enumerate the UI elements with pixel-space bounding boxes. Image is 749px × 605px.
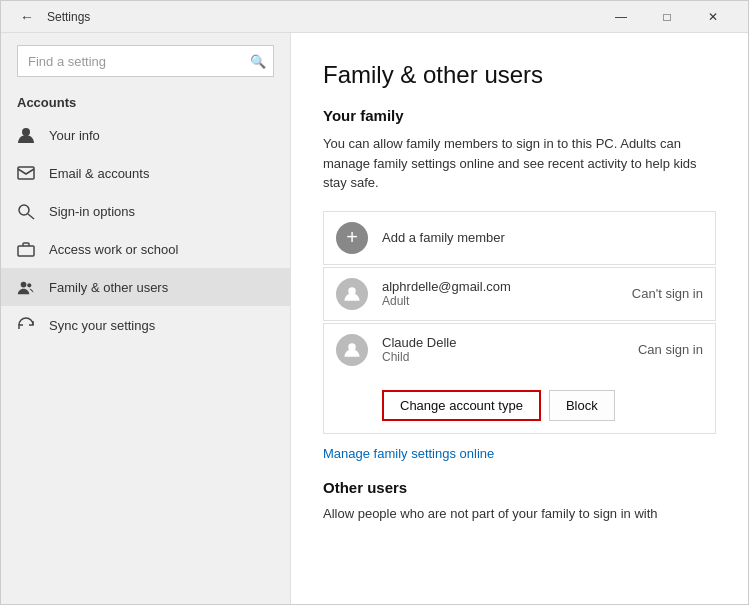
your-family-desc: You can allow family members to sign in … [323, 134, 716, 193]
change-account-type-button[interactable]: Change account type [382, 390, 541, 421]
user-avatar-child [336, 334, 368, 366]
other-users-title: Other users [323, 479, 716, 496]
your-family-title: Your family [323, 107, 716, 124]
family-member-adult: alphrdelle@gmail.com Adult Can't sign in [323, 267, 716, 321]
family-icon [17, 278, 35, 296]
sidebar-item-label-sync: Sync your settings [49, 318, 155, 333]
sidebar-section-label: Accounts [1, 85, 290, 116]
sidebar-item-label-family: Family & other users [49, 280, 168, 295]
sidebar-item-label-signin: Sign-in options [49, 204, 135, 219]
member-info-adult: alphrdelle@gmail.com Adult [382, 279, 618, 308]
member-role-adult: Adult [382, 294, 618, 308]
sidebar-item-work-school[interactable]: Access work or school [1, 230, 290, 268]
family-member-child: Claude Delle Child Can sign in Change ac… [323, 323, 716, 434]
member-role-child: Child [382, 350, 624, 364]
sidebar-item-label-email: Email & accounts [49, 166, 149, 181]
close-button[interactable]: ✕ [690, 1, 736, 33]
svg-point-4 [21, 282, 27, 288]
sync-icon [17, 316, 35, 334]
svg-point-5 [27, 283, 31, 287]
add-family-label: Add a family member [382, 230, 505, 245]
manage-family-link[interactable]: Manage family settings online [323, 446, 494, 461]
svg-point-2 [19, 205, 29, 215]
member-status-adult: Can't sign in [632, 286, 703, 301]
sidebar-item-sync[interactable]: Sync your settings [1, 306, 290, 344]
add-icon: + [336, 222, 368, 254]
minimize-button[interactable]: — [598, 1, 644, 33]
window-controls: — □ ✕ [598, 1, 736, 33]
member-actions: Change account type Block [336, 380, 703, 433]
briefcase-icon [17, 240, 35, 258]
search-icon: 🔍 [250, 54, 266, 69]
sidebar-item-email-accounts[interactable]: Email & accounts [1, 154, 290, 192]
search-input[interactable] [17, 45, 274, 77]
member-status-child: Can sign in [638, 342, 703, 357]
sidebar-item-your-info[interactable]: Your info [1, 116, 290, 154]
search-container: 🔍 [17, 45, 274, 77]
your-info-icon [17, 126, 35, 144]
titlebar: ← Settings — □ ✕ [1, 1, 748, 33]
sidebar: 🔍 Accounts Your info Email & accounts [1, 33, 291, 604]
sidebar-item-family[interactable]: Family & other users [1, 268, 290, 306]
user-avatar-adult [336, 278, 368, 310]
svg-rect-1 [18, 167, 34, 179]
add-family-member-button[interactable]: + Add a family member [323, 211, 716, 265]
svg-point-0 [22, 128, 30, 136]
page-title: Family & other users [323, 61, 716, 89]
window-title: Settings [47, 10, 598, 24]
back-button[interactable]: ← [13, 3, 41, 31]
member-info-child: Claude Delle Child [382, 335, 624, 364]
key-icon [17, 202, 35, 220]
email-icon [17, 164, 35, 182]
main-content: Family & other users Your family You can… [291, 33, 748, 604]
sidebar-item-label-work: Access work or school [49, 242, 178, 257]
sidebar-item-sign-in[interactable]: Sign-in options [1, 192, 290, 230]
svg-rect-3 [18, 246, 34, 256]
block-button[interactable]: Block [549, 390, 615, 421]
sidebar-item-label-your-info: Your info [49, 128, 100, 143]
member-name-child: Claude Delle [382, 335, 624, 350]
other-users-desc: Allow people who are not part of your fa… [323, 504, 716, 524]
member-email-adult: alphrdelle@gmail.com [382, 279, 618, 294]
maximize-button[interactable]: □ [644, 1, 690, 33]
